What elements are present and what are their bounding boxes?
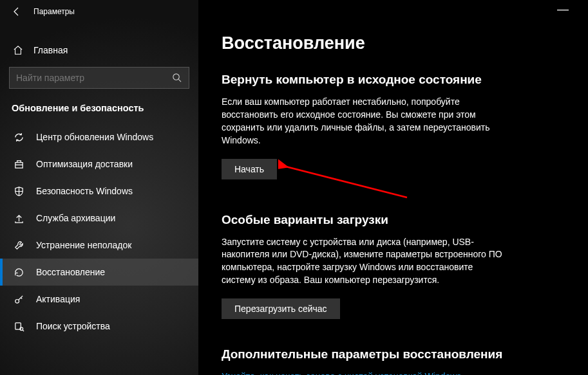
sidebar-item-label: Восстановление: [36, 267, 105, 277]
backup-icon: [13, 212, 24, 224]
home-icon: [13, 45, 23, 55]
titlebar: Параметры: [0, 0, 198, 23]
restart-now-button[interactable]: Перезагрузить сейчас: [222, 298, 340, 319]
svg-point-2: [15, 299, 19, 303]
sidebar-item-recovery[interactable]: Восстановление: [0, 259, 198, 286]
sidebar-item-label: Устранение неполадок: [36, 240, 131, 250]
sidebar-item-label: Служба архивации: [36, 213, 115, 223]
shield-icon: [13, 185, 24, 197]
page-title: Восстановление: [222, 33, 562, 53]
more-recovery-heading: Дополнительные параметры восстановления: [222, 347, 562, 361]
wrench-icon: [13, 239, 24, 251]
window-title: Параметры: [33, 7, 75, 16]
section-advanced-startup: Особые варианты загрузки Запустите систе…: [222, 213, 562, 320]
sidebar-item-label: Активация: [36, 294, 80, 304]
sidebar-item-windows-security[interactable]: Безопасность Windows: [0, 178, 198, 205]
fresh-start-link[interactable]: Узнайте, как начать заново с чистой уста…: [222, 371, 461, 375]
device-search-icon: [13, 320, 24, 332]
sidebar-section-title: Обновление и безопасность: [0, 89, 198, 123]
advanced-description: Запустите систему с устройства или диска…: [222, 236, 505, 288]
sidebar-item-delivery-optimization[interactable]: Оптимизация доставки: [0, 151, 198, 178]
svg-point-4: [19, 327, 23, 330]
sidebar-item-troubleshoot[interactable]: Устранение неполадок: [0, 232, 198, 259]
reset-heading: Вернуть компьютер в исходное состояние: [222, 73, 562, 87]
section-more-recovery: Дополнительные параметры восстановления …: [222, 347, 562, 375]
sidebar-item-label: Центр обновления Windows: [36, 132, 153, 142]
main-content: — Восстановление Вернуть компьютер в исх…: [198, 0, 588, 375]
sidebar-item-activation[interactable]: Активация: [0, 286, 198, 313]
svg-point-0: [173, 74, 179, 80]
sidebar-item-windows-update[interactable]: Центр обновления Windows: [0, 123, 198, 151]
sidebar-home[interactable]: Главная: [0, 39, 198, 62]
sidebar-item-label: Безопасность Windows: [36, 186, 133, 196]
section-reset: Вернуть компьютер в исходное состояние Е…: [222, 73, 562, 179]
search-input[interactable]: [16, 73, 172, 83]
search-icon: [172, 73, 182, 83]
reset-start-button[interactable]: Начать: [222, 159, 277, 179]
advanced-heading: Особые варианты загрузки: [222, 213, 562, 227]
sidebar-item-label: Оптимизация доставки: [36, 159, 133, 169]
back-button[interactable]: [12, 6, 22, 17]
delivery-icon: [13, 158, 24, 170]
sidebar-home-label: Главная: [33, 45, 68, 55]
recovery-icon: [13, 266, 24, 278]
sidebar-item-find-my-device[interactable]: Поиск устройства: [0, 313, 198, 340]
key-icon: [13, 293, 24, 305]
sync-icon: [13, 131, 24, 143]
sidebar-item-label: Поиск устройства: [36, 321, 110, 331]
sidebar-nav: Центр обновления Windows Оптимизация дос…: [0, 123, 198, 340]
sidebar-item-backup[interactable]: Служба архивации: [0, 205, 198, 232]
search-box[interactable]: [9, 67, 189, 89]
reset-description: Если ваш компьютер работает нестабильно,…: [222, 96, 505, 147]
minimize-button[interactable]: —: [557, 3, 569, 16]
sidebar: Параметры Главная Обновление и безопасно…: [0, 0, 198, 375]
